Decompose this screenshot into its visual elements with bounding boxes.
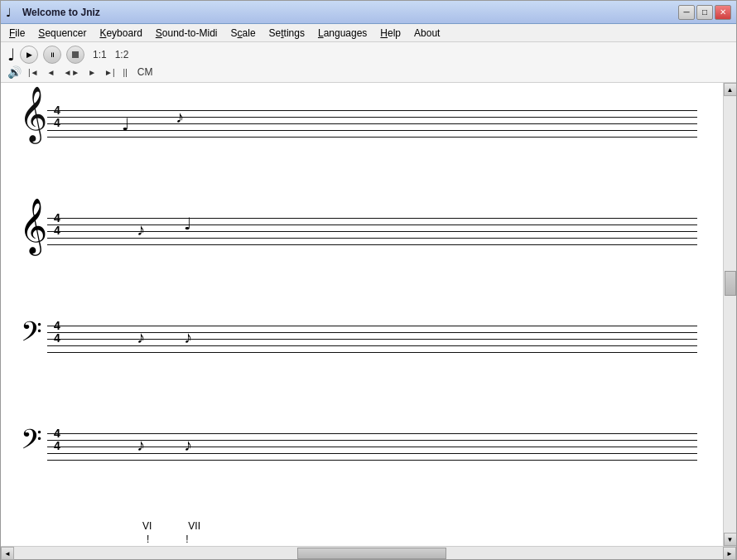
bass-clef-3: 𝄢	[21, 316, 42, 355]
menu-sequencer[interactable]: Sequencer	[31, 24, 93, 41]
note-2-2[interactable]: ♩	[184, 214, 191, 234]
chord-label-vi: VI	[142, 520, 152, 532]
scroll-up-button[interactable]: ▲	[724, 83, 737, 96]
menu-languages[interactable]: Languages	[311, 24, 373, 41]
scroll-left-button[interactable]: ◄	[1, 547, 14, 560]
note-3-1[interactable]: ♪	[137, 328, 145, 347]
note-1-1[interactable]: ♩	[122, 114, 129, 134]
chord-label-vii: VII	[188, 520, 200, 532]
stop-icon	[72, 51, 79, 58]
volume-icon: 🔊	[7, 65, 22, 79]
minimize-button[interactable]: ─	[678, 5, 695, 20]
scroll-thumb-v[interactable]	[725, 271, 736, 296]
nav-prev-button[interactable]: ◄	[46, 68, 57, 77]
scroll-thumb-h[interactable]	[297, 548, 446, 559]
toolbar: ♩ ▶ ⏸ 1:1 1:2 🔊 |◄ ◄ ◄► ► ►| || CM	[1, 42, 736, 83]
key-display: CM	[137, 66, 153, 78]
note-icon: ♩	[7, 46, 15, 63]
staff-2: 𝄞 44 ♪ ♩	[14, 197, 710, 263]
window-title: Welcome to Jniz	[22, 7, 678, 18]
note-2-1[interactable]: ♪	[137, 220, 145, 239]
toolbar-row-1: ♩ ▶ ⏸ 1:1 1:2	[7, 46, 730, 64]
staff-4: 𝄢 44 ♪ ♪	[14, 413, 710, 479]
main-window: ♩ Welcome to Jniz ─ □ ✕ File Sequencer K…	[0, 0, 737, 560]
nav-next-button[interactable]: ►	[86, 68, 98, 77]
menu-sound-to-midi[interactable]: Sound-to-Midi	[149, 24, 224, 41]
treble-clef-2: 𝄞	[19, 197, 47, 254]
position-2: 1:2	[115, 49, 129, 60]
app-icon: ♩	[6, 6, 19, 19]
stop-button[interactable]	[66, 46, 84, 64]
scroll-down-button[interactable]: ▼	[724, 533, 737, 546]
chord-labels: VI VII	[14, 520, 710, 532]
menu-settings[interactable]: Settings	[263, 24, 311, 41]
pause-button[interactable]: ⏸	[43, 46, 61, 64]
chord-markers: ! !	[14, 533, 710, 545]
window-controls: ─ □ ✕	[678, 5, 731, 20]
scroll-track-h[interactable]	[14, 547, 723, 559]
notation-area: 𝄞 44 ♩ ♪	[1, 83, 723, 546]
scroll-right-button[interactable]: ►	[723, 547, 736, 560]
play-icon: ▶	[26, 51, 32, 59]
note-4-1[interactable]: ♪	[137, 436, 145, 455]
menu-scale[interactable]: Scale	[224, 24, 263, 41]
toolbar-row-2: 🔊 |◄ ◄ ◄► ► ►| || CM	[7, 65, 730, 79]
close-button[interactable]: ✕	[715, 5, 731, 20]
main-area: 𝄞 44 ♩ ♪	[1, 83, 736, 546]
maximize-button[interactable]: □	[696, 5, 713, 20]
scroll-track-v[interactable]	[724, 96, 736, 533]
play-button[interactable]: ▶	[20, 46, 38, 64]
menu-about[interactable]: About	[407, 24, 446, 41]
staff-system-3: 𝄢 44 ♪ ♪	[14, 305, 710, 371]
bass-clef-4: 𝄢	[21, 424, 42, 462]
nav-prev-beat-button[interactable]: ◄►	[61, 68, 81, 77]
note-4-2[interactable]: ♪	[184, 436, 192, 455]
title-bar: ♩ Welcome to Jniz ─ □ ✕	[1, 1, 736, 24]
vertical-scrollbar[interactable]: ▲ ▼	[723, 83, 736, 546]
horizontal-scrollbar[interactable]: ◄ ►	[1, 546, 736, 559]
content-area[interactable]: 𝄞 44 ♩ ♪	[1, 83, 723, 546]
nav-end-button[interactable]: ||	[122, 68, 129, 77]
position-1: 1:1	[93, 49, 107, 60]
staff-3: 𝄢 44 ♪ ♪	[14, 305, 710, 371]
menu-bar: File Sequencer Keyboard Sound-to-Midi Sc…	[1, 24, 736, 42]
staff-system-1: 𝄞 44 ♩ ♪	[14, 89, 710, 156]
nav-start-button[interactable]: |◄	[26, 68, 41, 77]
chord-marker-1: !	[147, 533, 149, 545]
staff-system-2: 𝄞 44 ♪ ♩	[14, 197, 710, 263]
menu-help[interactable]: Help	[373, 24, 407, 41]
menu-keyboard[interactable]: Keyboard	[93, 24, 148, 41]
chord-marker-2: !	[185, 533, 188, 545]
note-3-2[interactable]: ♪	[184, 328, 192, 347]
treble-clef-1: 𝄞	[19, 89, 47, 138]
nav-next-bar-button[interactable]: ►|	[103, 68, 117, 77]
staff-system-4: 𝄢 44 ♪ ♪	[14, 413, 710, 479]
pause-icon: ⏸	[49, 51, 55, 59]
menu-file[interactable]: File	[2, 24, 31, 41]
staff-1: 𝄞 44 ♩ ♪	[14, 89, 710, 156]
note-1-2[interactable]: ♪	[176, 108, 184, 127]
